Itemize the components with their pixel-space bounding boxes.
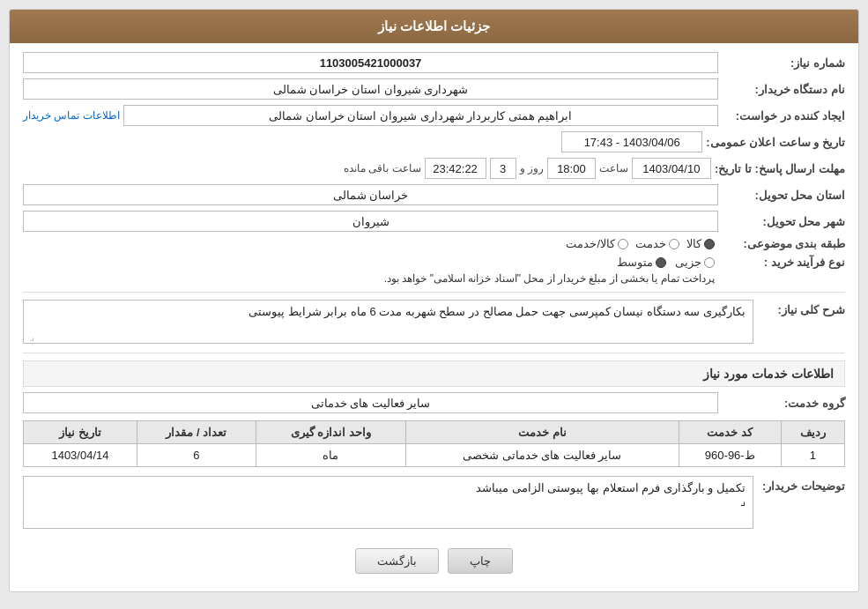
deadline-time-label: ساعت [599, 162, 628, 175]
need-desc-box: بکارگیری سه دستگاه نیسان کمپرسی جهت حمل … [23, 300, 753, 344]
col-header-name: نام خدمت [405, 421, 679, 444]
category-label-kala-khedmat: کالا/خدمت [566, 237, 615, 250]
col-header-qty: تعداد / مقدار [137, 421, 256, 444]
col-header-rownum: ردیف [781, 421, 844, 444]
service-table: ردیف کد خدمت نام خدمت واحد اندازه گیری ت… [23, 420, 845, 467]
purchase-type-motevaset[interactable]: متوسط [617, 256, 666, 269]
buyer-org-label: نام دستگاه خریدار: [722, 83, 845, 96]
cell-unit: ماه [256, 444, 405, 467]
panel-title: جزئیات اطلاعات نیاز [10, 10, 858, 43]
deadline-label: مهلت ارسال پاسخ: تا تاریخ: [715, 162, 845, 175]
table-row: 1 ط-96-960 سایر فعالیت های خدماتی شخصی م… [24, 444, 845, 467]
category-radio-kala [704, 239, 715, 249]
purchase-type-jozi[interactable]: جزیی [675, 256, 715, 269]
buyer-notes-label: توضیحات خریدار: [757, 476, 845, 493]
service-group-value: سایر فعالیت های خدماتی [23, 392, 718, 413]
need-number-value: 1103005421000037 [23, 52, 718, 73]
col-header-code: کد خدمت [679, 421, 781, 444]
contact-link[interactable]: اطلاعات تماس خریدار [23, 109, 120, 122]
category-radio-kala-khedmat [618, 239, 628, 249]
back-button[interactable]: بازگشت [355, 548, 439, 574]
category-label-khedmat: خدمت [635, 237, 666, 250]
deadline-remaining-label: ساعت باقی مانده [344, 162, 421, 175]
deadline-remaining: 23:42:22 [425, 158, 486, 179]
deadline-time: 18:00 [547, 158, 596, 179]
resize-handle: ⌟ [26, 332, 34, 341]
need-desc-value: بکارگیری سه دستگاه نیسان کمپرسی جهت حمل … [249, 305, 746, 318]
announce-datetime-label: تاریخ و ساعت اعلان عمومی: [706, 136, 845, 149]
province-label: استان محل تحویل: [722, 189, 845, 202]
need-desc-label: شرح کلی نیاز: [757, 300, 845, 316]
category-label: طبقه بندی موضوعی: [722, 237, 845, 250]
city-label: شهر محل تحویل: [722, 215, 845, 228]
need-number-label: شماره نیاز: [722, 56, 845, 70]
purchase-type-label-jozi: جزیی [675, 256, 701, 269]
action-buttons: چاپ بازگشت [23, 539, 845, 583]
services-header: اطلاعات خدمات مورد نیاز [23, 360, 845, 387]
cell-name: سایر فعالیت های خدماتی شخصی [405, 444, 679, 467]
category-option-kala[interactable]: کالا [686, 237, 715, 250]
cell-date: 1403/04/14 [24, 444, 137, 467]
purchase-type-radio-jozi [704, 257, 715, 268]
province-value: خراسان شمالی [23, 184, 718, 205]
divider-2 [23, 353, 845, 353]
resize-handle-2: ⌟ [31, 494, 746, 508]
announce-datetime-value: 1403/04/06 - 17:43 [561, 131, 702, 152]
purchase-type-note: پرداخت تمام یا بخشی از مبلغ خریدار از مح… [23, 272, 715, 285]
purchase-type-label-motevaset: متوسط [617, 256, 653, 269]
service-group-label: گروه خدمت: [722, 397, 845, 410]
cell-rownum: 1 [781, 444, 844, 467]
creator-value: ابراهیم همتی کاربردار شهرداری شیروان است… [123, 105, 718, 126]
buyer-notes-value: تکمیل و بارگذاری فرم استعلام بها پیوستی … [476, 481, 746, 494]
deadline-days-label: روز و [520, 162, 544, 175]
category-option-kala-khedmat[interactable]: کالا/خدمت [566, 237, 628, 250]
buyer-notes-box: تکمیل و بارگذاری فرم استعلام بها پیوستی … [23, 476, 753, 529]
deadline-date: 1403/04/10 [632, 158, 711, 179]
print-button[interactable]: چاپ [448, 548, 513, 574]
category-radio-khedmat [669, 239, 679, 249]
category-option-khedmat[interactable]: خدمت [635, 237, 679, 250]
purchase-type-label: نوع فرآیند خرید : [722, 256, 845, 269]
divider-1 [23, 292, 845, 293]
col-header-date: تاریخ نیاز [24, 421, 137, 444]
cell-qty: 6 [137, 444, 256, 467]
category-label-kala: کالا [686, 237, 701, 250]
cell-code: ط-96-960 [679, 444, 781, 467]
city-value: شیروان [23, 211, 718, 232]
col-header-unit: واحد اندازه گیری [256, 421, 405, 444]
buyer-org-value: شهرداری شیروان استان خراسان شمالی [23, 78, 718, 100]
creator-label: ایجاد کننده در خواست: [722, 109, 845, 123]
deadline-days: 3 [490, 158, 516, 179]
purchase-type-radio-motevaset [656, 257, 666, 268]
